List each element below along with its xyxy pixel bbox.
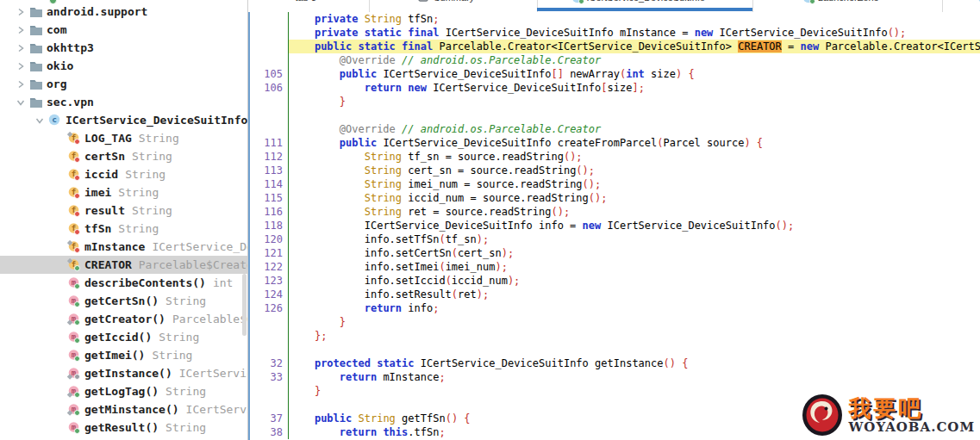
code-token: newArray bbox=[564, 68, 620, 80]
code-token: size bbox=[608, 82, 633, 94]
line-number: 121 bbox=[250, 246, 289, 260]
tree-item-getinstance-[interactable]: mgetInstance()ICertService_DeviceSuitInf… bbox=[0, 364, 247, 382]
tree-item-android-support[interactable]: android.support bbox=[0, 3, 247, 21]
tab-content: ‹tab 3× bbox=[248, 0, 369, 4]
code-token bbox=[352, 412, 358, 425]
active-tab-underline bbox=[537, 8, 752, 11]
code-token bbox=[396, 54, 402, 66]
code-token: ; bbox=[439, 371, 445, 383]
chevron-down-icon[interactable] bbox=[16, 97, 26, 108]
chevron-right-icon[interactable] bbox=[16, 43, 26, 53]
watermark: 我要吧 WOYAOBA.COM bbox=[802, 394, 975, 437]
code-token bbox=[290, 302, 365, 314]
class-icon: c bbox=[571, 0, 583, 3]
tree-item-certsn[interactable]: fcertSnString bbox=[0, 147, 247, 165]
code-line: 122 info.setImei(imei_num); bbox=[250, 260, 980, 274]
code-line: 114 String imei_num = source.readString(… bbox=[250, 177, 980, 191]
code-token: ( bbox=[439, 233, 445, 245]
code-token: getTfSn bbox=[396, 412, 446, 425]
code-line: 33 return mInstance; bbox=[250, 370, 980, 384]
code-token: String bbox=[365, 164, 402, 177]
code-line: 121 info.setCertSn(cert_sn); bbox=[250, 246, 980, 260]
code-line: 112 String tf_sn = source.readString(); bbox=[250, 150, 980, 164]
tab-icertservice-devicesuitinfo[interactable]: cICertService_DeviceSuitInfo× bbox=[537, 0, 753, 12]
code-token: cert_sn bbox=[458, 247, 502, 259]
code-token: } bbox=[315, 385, 321, 397]
tab-content: cLauncherZone× bbox=[752, 0, 942, 4]
tree-item-getcreator-[interactable]: mgetCreator()Parcelable$Creator bbox=[0, 310, 247, 328]
tree-item-log-tag[interactable]: fLOG_TAGString bbox=[0, 129, 247, 147]
tab-launcherzone[interactable]: cLauncherZone× bbox=[752, 0, 943, 12]
tab-close-icon[interactable]: × bbox=[482, 0, 487, 3]
code-text: protected static ICertService_DeviceSuit… bbox=[289, 356, 980, 370]
tree-item-okio[interactable]: okio bbox=[0, 57, 247, 75]
tree-item-com[interactable]: com bbox=[0, 21, 247, 39]
tree-item-getlogtag-[interactable]: mgetLogTag()String bbox=[0, 382, 247, 400]
tree-item-geticcid-[interactable]: mgetIccid()String bbox=[0, 328, 247, 346]
tree-item-iccid[interactable]: ficcidString bbox=[0, 165, 247, 183]
tree-item-imei[interactable]: fimeiString bbox=[0, 183, 247, 201]
folder-icon bbox=[29, 5, 42, 18]
code-text: public static final Parcelable.Creator<I… bbox=[289, 40, 980, 53]
code-line: private String tfSn; bbox=[250, 12, 980, 26]
tree-item-getcertsn-[interactable]: mgetCertSn()String bbox=[0, 292, 247, 310]
code-token bbox=[290, 123, 340, 135]
method-icon: m bbox=[67, 331, 80, 344]
tab-label: LauncherZone bbox=[818, 0, 879, 3]
chevron-down-icon[interactable] bbox=[34, 115, 45, 126]
chevron-right-icon[interactable] bbox=[16, 25, 26, 35]
tab-close-icon[interactable]: × bbox=[887, 0, 892, 3]
tree-item-org[interactable]: org bbox=[0, 75, 247, 93]
code-token: // android.os.Parcelable.Creator bbox=[402, 54, 601, 66]
tree-item-label: describeContents() bbox=[84, 276, 206, 289]
code-token: } bbox=[340, 96, 346, 108]
tree-item-label: okio bbox=[47, 59, 73, 72]
tree-item-getimei-[interactable]: mgetImei()String bbox=[0, 346, 247, 364]
tree-item-tfsn[interactable]: ftfSnString bbox=[0, 220, 247, 238]
tree-item-okhttp3[interactable]: okhttp3 bbox=[0, 39, 247, 57]
code-line: 116 String ret = source.readString(); bbox=[250, 205, 980, 219]
code-token: new bbox=[695, 27, 714, 39]
code-token bbox=[290, 13, 315, 25]
code-token: ret = source.readString bbox=[402, 206, 551, 218]
code-text: @Override // android.os.Parcelable.Creat… bbox=[289, 122, 980, 136]
code-text: public ICertService_DeviceSuitInfo creat… bbox=[289, 136, 980, 150]
tree-item-describecontents-[interactable]: mdescribeContents()int bbox=[0, 274, 247, 292]
code-token: ret bbox=[458, 288, 477, 301]
tree-item-result[interactable]: fresultString bbox=[0, 201, 247, 220]
tree-item-getminstance-[interactable]: mgetMinstance()ICertService_DeviceSuitIn… bbox=[0, 400, 247, 418]
code-line: 126 return info; bbox=[250, 301, 980, 315]
code-text: String iccid_num = source.readString(); bbox=[289, 191, 980, 205]
tree-item-label: getLogTag() bbox=[84, 385, 159, 398]
code-editor[interactable]: private String tfSn; private static fina… bbox=[248, 12, 980, 440]
code-token: (); bbox=[776, 220, 795, 232]
tab-summary[interactable]: Summary× bbox=[369, 0, 538, 12]
tree-item-icertservice-devicesuitinfo[interactable]: cICertService_DeviceSuitInfo bbox=[0, 111, 247, 129]
code-token: this bbox=[383, 426, 408, 438]
tree-scrollbar-thumb[interactable] bbox=[242, 274, 247, 336]
code-token bbox=[290, 220, 365, 232]
code-line: 123 info.setIccid(iccid_num); bbox=[250, 274, 980, 288]
tab-base[interactable]: cBase× bbox=[942, 0, 980, 12]
tree-item-type: ICertService_DeviceSuitInfo bbox=[152, 240, 247, 253]
tree-item-sec-vpn[interactable]: sec.vpn bbox=[0, 93, 247, 111]
class-icon: c bbox=[802, 0, 814, 3]
tab-tab-3[interactable]: ‹tab 3× bbox=[248, 0, 370, 12]
tree-item-getresult-[interactable]: mgetResult()String bbox=[0, 418, 247, 437]
chevron-right-icon[interactable] bbox=[16, 7, 26, 17]
tab-close-icon[interactable]: × bbox=[713, 0, 718, 3]
tree-item-creator[interactable]: fCREATORParcelable$Creator bbox=[0, 256, 247, 274]
chevron-right-icon[interactable] bbox=[16, 61, 26, 71]
code-line: 118 ICertService_DeviceSuitInfo info = n… bbox=[250, 219, 980, 232]
tree-item-label: okhttp3 bbox=[47, 41, 94, 54]
tab-close-icon[interactable]: × bbox=[324, 0, 329, 3]
tree-item-minstance[interactable]: fmInstanceICertService_DeviceSuitInfo bbox=[0, 238, 247, 256]
code-token: (); bbox=[576, 164, 595, 177]
tab-scroll-left-icon[interactable]: ‹ bbox=[288, 0, 291, 3]
code-text: }; bbox=[289, 329, 980, 343]
field-icon: f bbox=[67, 186, 80, 199]
code-token: return bbox=[340, 371, 377, 383]
code-token bbox=[290, 40, 315, 53]
chevron-right-icon[interactable] bbox=[16, 79, 26, 90]
code-token bbox=[290, 151, 365, 163]
